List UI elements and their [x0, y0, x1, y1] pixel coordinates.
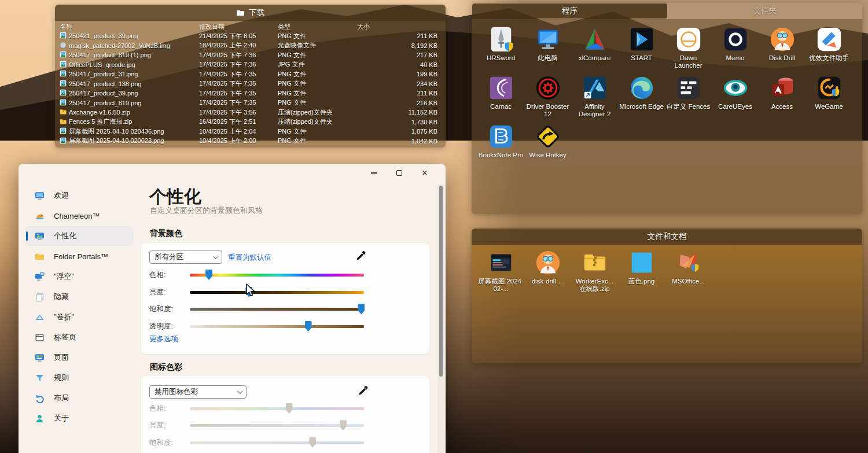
file-type: 压缩(zipped)文件夹 — [278, 117, 357, 126]
desktop-icon-label: WeGame — [806, 103, 852, 111]
file-name[interactable]: 250417_product_31.png — [69, 71, 138, 78]
slider-thumb[interactable] — [340, 420, 347, 430]
sidebar-item[interactable]: 欢迎 — [25, 186, 133, 205]
file-name[interactable]: Fences 5 推广海报.zip — [69, 117, 132, 126]
fence-title: 文件和文档 — [648, 231, 687, 242]
more-options-link[interactable]: 更多选项 — [149, 334, 178, 344]
icon-color-mode-select[interactable]: 禁用图标色彩 — [149, 385, 247, 399]
desktop-icon[interactable]: 蓝色.png — [618, 249, 665, 297]
file-name[interactable]: 250417_product_39.png — [69, 90, 138, 97]
desktop-icon[interactable]: disk-drill-... — [524, 249, 571, 297]
slider-track[interactable] — [190, 424, 364, 427]
file-name[interactable]: 250417_product_138.png — [69, 80, 141, 87]
desktop-icon-label: WorkerExc... 在线版.zip — [572, 278, 618, 293]
xlcompare-icon — [582, 26, 608, 53]
sidebar-item[interactable]: 隐藏 — [25, 287, 133, 307]
file-date: 21/4/2025 下午 8:05 — [199, 32, 278, 40]
desktop-icon[interactable]: Access — [759, 75, 806, 122]
downloads-fence-titlebar[interactable]: 下载 — [55, 5, 446, 21]
sidebar-item[interactable]: Folder Portals™ — [25, 246, 133, 266]
chevron-down-icon — [213, 253, 219, 259]
desktop-icon[interactable]: HRSword — [477, 26, 524, 73]
file-name[interactable]: 250417_product_819.png — [69, 100, 141, 106]
file-name[interactable]: 250421_product_39.png — [69, 32, 138, 39]
sidebar-item[interactable]: 布局 — [25, 388, 133, 408]
desktop-icon[interactable]: Dawn Launcher — [665, 26, 712, 73]
sidebar-item[interactable]: 规则 — [25, 368, 133, 388]
sidebar-item[interactable]: "浮空" — [25, 267, 133, 286]
slider-thumb[interactable] — [205, 270, 212, 280]
zone-select[interactable]: 所有分区 — [149, 251, 222, 264]
desktop-icon[interactable]: WorkerExc... 在线版.zip — [571, 249, 618, 297]
sidebar-item[interactable]: 标签页 — [25, 327, 133, 347]
desktop-icon[interactable]: xlCompare — [571, 26, 618, 73]
file-size: 40 KB — [357, 61, 437, 68]
desktop-icon[interactable]: Affinity Designer 2 — [571, 75, 618, 122]
sidebar-item[interactable]: 个性化 — [25, 226, 133, 246]
file-date: 17/4/2025 下午 7:35 — [199, 79, 278, 88]
file-name[interactable]: Axchange-v1.6.50.zip — [69, 109, 130, 116]
mouse-cursor — [245, 283, 257, 297]
eyedropper-icon[interactable] — [355, 250, 367, 262]
file-name[interactable]: 屏幕截图 2025-04-10 020436.png — [69, 127, 164, 136]
personalize-icon — [35, 231, 45, 241]
file-name[interactable]: OfficePLUS_qrcode.jpg — [69, 61, 135, 68]
desktop-icon[interactable]: 屏幕截图 2024-02-... — [477, 249, 524, 297]
pages-icon — [35, 353, 45, 363]
scrollbar-thumb[interactable] — [439, 186, 443, 377]
slider-label: 透明度: — [149, 322, 173, 332]
sidebar-item[interactable]: Chameleon™ — [25, 206, 133, 226]
fence-tab[interactable]: 程序 — [472, 3, 667, 19]
file-date: 17/4/2025 下午 7:35 — [199, 70, 278, 79]
desktop-icon[interactable]: BookxNote Pro — [477, 123, 524, 171]
desktop-icon[interactable]: CareUEyes — [712, 75, 759, 122]
slider-track[interactable] — [190, 291, 364, 294]
desktop-icon[interactable]: MSOffice... — [665, 249, 712, 297]
desktop-icon[interactable]: Carnac — [477, 75, 524, 122]
file-name[interactable]: magisk_patched-27002_VoNzB.img — [69, 42, 170, 49]
desktop-icon[interactable]: Memo — [712, 26, 759, 73]
window-scrollbar[interactable] — [437, 185, 444, 453]
file-name[interactable]: 屏幕截图 2025-04-10 020023.png — [69, 137, 164, 145]
desktop-icon[interactable]: Disk Drill — [759, 26, 806, 73]
eyedropper-icon[interactable] — [358, 385, 369, 396]
desktop-icon[interactable]: WeGame — [806, 75, 852, 122]
file-type: PNG 文件 — [278, 32, 357, 40]
slider-track[interactable] — [190, 441, 364, 444]
sidebar-item[interactable]: 关于 — [25, 408, 133, 428]
slider-track[interactable] — [190, 407, 364, 410]
sidebar-item-label: Folder Portals™ — [54, 252, 108, 261]
file-size: 216 KB — [357, 100, 437, 106]
desktop-icon[interactable]: Wise Hotkey — [524, 123, 571, 171]
png-icon — [60, 32, 67, 40]
file-size: 1,730 KB — [357, 119, 437, 126]
zipfolder-icon — [582, 249, 608, 276]
desktop-icon[interactable]: Microsoft Edge — [618, 75, 665, 122]
desktop-icon[interactable]: 自定义 Fences — [665, 75, 712, 122]
file-type: PNG 文件 — [278, 51, 357, 60]
sidebar-item[interactable]: 页面 — [25, 348, 133, 367]
slider-track[interactable] — [190, 325, 364, 328]
start-icon — [628, 26, 655, 53]
slider-thumb[interactable] — [309, 437, 316, 448]
slider-label: 亮度: — [149, 288, 165, 297]
slider-thumb[interactable] — [305, 321, 312, 332]
desktop-icon[interactable]: 此电脑 — [524, 26, 571, 73]
desktop-icon-label: Carnac — [478, 103, 524, 111]
desktop-icon[interactable]: START — [618, 26, 665, 73]
tabs-icon — [35, 333, 45, 342]
section-heading-icon-color: 图标色彩 — [150, 362, 182, 373]
slider-track[interactable] — [190, 308, 364, 311]
desktop-icon[interactable]: Driver Booster 12 — [524, 75, 571, 122]
reset-default-link[interactable]: 重置为默认值 — [228, 253, 271, 263]
files-fence-titlebar[interactable]: 文件和文档 — [472, 229, 862, 245]
slider-thumb[interactable] — [286, 403, 293, 414]
slider-track[interactable] — [190, 274, 364, 277]
desktop-icon[interactable]: 优效文件助手 — [806, 26, 852, 73]
sidebar-item[interactable]: "卷折" — [25, 307, 133, 327]
fence-tab-label: 文件夹 — [753, 6, 777, 16]
fence-tab[interactable]: 文件夹 — [668, 3, 863, 19]
slider-thumb[interactable] — [358, 304, 365, 314]
file-name[interactable]: 250417_product_819 (1).png — [69, 51, 151, 58]
png-icon — [60, 89, 67, 97]
